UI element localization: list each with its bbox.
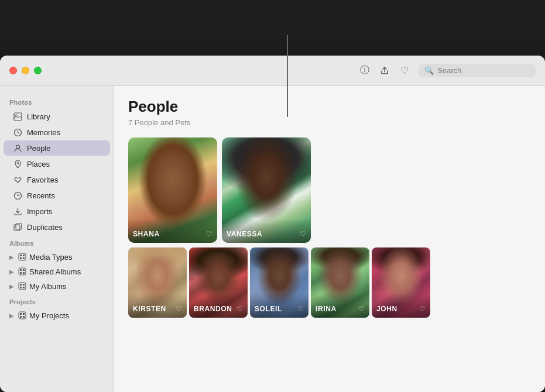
sidebar-label-memories: Memories bbox=[27, 128, 60, 137]
sidebar-item-library[interactable]: Library bbox=[4, 109, 110, 124]
chevron-icon-2: ▶ bbox=[9, 269, 14, 275]
vanessa-name-bar: VANESSA ♡ bbox=[222, 218, 311, 243]
brandon-heart-icon[interactable]: ♡ bbox=[236, 305, 243, 313]
sidebar-label-media-types: Media Types bbox=[29, 253, 72, 262]
svg-point-4 bbox=[17, 162, 19, 164]
sidebar-group-media-types[interactable]: ▶ Media Types bbox=[4, 250, 110, 264]
svg-rect-8 bbox=[19, 253, 26, 260]
recents-icon bbox=[13, 191, 22, 200]
sidebar-label-people: People bbox=[27, 144, 50, 153]
shana-name-bar: SHANA ♡ bbox=[128, 218, 217, 243]
my-projects-icon bbox=[18, 311, 27, 320]
svg-rect-17 bbox=[23, 272, 25, 274]
shared-albums-icon bbox=[18, 267, 27, 276]
sidebar-label-duplicates: Duplicates bbox=[27, 223, 63, 232]
kirsten-heart-icon[interactable]: ♡ bbox=[176, 305, 182, 313]
share-button[interactable] bbox=[379, 65, 390, 77]
sidebar: Photos Library Mem bbox=[0, 86, 114, 392]
svg-rect-25 bbox=[23, 313, 25, 315]
soleil-name-bar: Soleil ♡ bbox=[250, 293, 309, 318]
irina-heart-icon[interactable]: ♡ bbox=[358, 305, 365, 313]
john-name-bar: John ♡ bbox=[372, 293, 430, 318]
sidebar-item-recents[interactable]: Recents bbox=[4, 188, 110, 203]
duplicates-icon bbox=[13, 222, 22, 232]
brandon-name: Brandon bbox=[194, 305, 232, 313]
shana-heart-icon[interactable]: ♡ bbox=[206, 230, 212, 238]
chevron-icon-4: ▶ bbox=[9, 312, 14, 319]
person-card-brandon[interactable]: Brandon ♡ bbox=[189, 247, 248, 318]
vanessa-heart-icon[interactable]: ♡ bbox=[300, 230, 306, 238]
svg-rect-21 bbox=[20, 287, 22, 288]
svg-rect-12 bbox=[23, 257, 25, 259]
media-types-icon bbox=[18, 252, 27, 262]
svg-rect-10 bbox=[23, 255, 25, 256]
svg-rect-23 bbox=[19, 312, 26, 319]
sidebar-item-imports[interactable]: Imports bbox=[4, 204, 110, 219]
kirsten-name: Kirsten bbox=[133, 305, 166, 313]
person-card-shana[interactable]: SHANA ♡ bbox=[128, 137, 217, 243]
person-card-vanessa[interactable]: VANESSA ♡ bbox=[222, 137, 311, 243]
people-grid-bottom: Kirsten ♡ Brandon ♡ Soleil ♡ bbox=[128, 247, 531, 318]
sidebar-label-places: Places bbox=[27, 160, 50, 169]
svg-rect-13 bbox=[19, 268, 26, 275]
info-button[interactable]: ⓘ bbox=[359, 65, 371, 77]
person-card-john[interactable]: John ♡ bbox=[372, 247, 430, 318]
svg-rect-22 bbox=[23, 287, 25, 288]
sidebar-item-places[interactable]: Places bbox=[4, 156, 110, 171]
titlebar: ⓘ ♡ 🔍 bbox=[0, 56, 545, 86]
photos-window: ⓘ ♡ 🔍 Photos bbox=[0, 56, 545, 392]
search-box[interactable]: 🔍 bbox=[419, 64, 536, 77]
sidebar-section-photos: Photos bbox=[0, 94, 114, 108]
sidebar-label-my-projects: My Projects bbox=[29, 311, 69, 320]
svg-rect-20 bbox=[23, 284, 25, 286]
page-subtitle: 7 People and Pets bbox=[128, 118, 531, 127]
sidebar-section-albums: Albums bbox=[0, 235, 114, 249]
maximize-button[interactable] bbox=[34, 67, 42, 74]
svg-rect-24 bbox=[20, 313, 22, 315]
traffic-lights bbox=[9, 67, 42, 74]
imports-icon bbox=[13, 207, 22, 216]
my-albums-icon bbox=[18, 281, 27, 291]
minimize-button[interactable] bbox=[22, 67, 29, 74]
shana-name: SHANA bbox=[133, 230, 160, 238]
sidebar-item-memories[interactable]: Memories bbox=[4, 125, 110, 140]
john-name: John bbox=[376, 305, 397, 313]
person-card-kirsten[interactable]: Kirsten ♡ bbox=[128, 247, 187, 318]
kirsten-name-bar: Kirsten ♡ bbox=[128, 293, 187, 318]
svg-rect-9 bbox=[20, 255, 22, 256]
john-heart-icon[interactable]: ♡ bbox=[419, 305, 426, 313]
callout-annotation: Dobbeltklikk på et ansikt for å se bilde… bbox=[0, 0, 545, 59]
sidebar-item-favorites[interactable]: Favorites bbox=[4, 172, 110, 187]
svg-rect-14 bbox=[20, 269, 22, 271]
soleil-heart-icon[interactable]: ♡ bbox=[297, 305, 304, 313]
person-card-irina[interactable]: Irina ♡ bbox=[311, 247, 369, 318]
sidebar-item-people[interactable]: People bbox=[4, 140, 110, 156]
sidebar-group-my-albums[interactable]: ▶ My Albums bbox=[4, 279, 110, 293]
search-input[interactable] bbox=[437, 66, 525, 75]
person-card-soleil[interactable]: Soleil ♡ bbox=[250, 247, 309, 318]
places-icon bbox=[13, 159, 22, 169]
close-button[interactable] bbox=[9, 67, 17, 74]
library-icon bbox=[13, 112, 22, 121]
memories-icon bbox=[13, 128, 22, 137]
sidebar-label-library: Library bbox=[27, 112, 50, 121]
sidebar-label-shared-albums: Shared Albums bbox=[29, 267, 81, 276]
svg-point-3 bbox=[16, 145, 19, 149]
sidebar-section-projects: Projects bbox=[0, 294, 114, 308]
favorite-button[interactable]: ♡ bbox=[399, 65, 410, 77]
sidebar-label-favorites: Favorites bbox=[27, 176, 58, 184]
favorites-icon bbox=[13, 175, 22, 184]
svg-rect-15 bbox=[23, 269, 25, 271]
sidebar-item-duplicates[interactable]: Duplicates bbox=[4, 219, 110, 235]
main-content: People 7 People and Pets SHANA ♡ VANESSA… bbox=[114, 86, 545, 392]
irina-name-bar: Irina ♡ bbox=[311, 293, 369, 318]
sidebar-group-shared-albums[interactable]: ▶ Shared Albums bbox=[4, 264, 110, 278]
brandon-name-bar: Brandon ♡ bbox=[189, 293, 248, 318]
soleil-name: Soleil bbox=[255, 305, 282, 313]
svg-rect-18 bbox=[19, 283, 26, 290]
sidebar-group-my-projects[interactable]: ▶ My Projects bbox=[4, 308, 110, 322]
search-icon: 🔍 bbox=[424, 66, 434, 75]
chevron-icon: ▶ bbox=[9, 254, 14, 260]
sidebar-label-recents: Recents bbox=[27, 191, 55, 200]
sidebar-label-imports: Imports bbox=[27, 207, 52, 216]
